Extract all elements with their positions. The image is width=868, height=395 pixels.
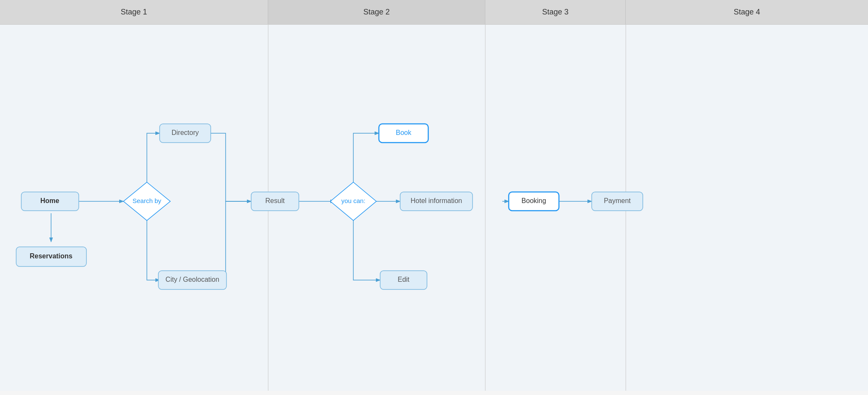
booking-label: Booking bbox=[521, 197, 546, 204]
stage-4-label: Stage 4 bbox=[626, 0, 868, 24]
payment-label: Payment bbox=[604, 197, 631, 204]
hotel-info-node: Hotel information bbox=[400, 192, 473, 211]
arrow-searchby-city bbox=[147, 218, 160, 280]
you-can-label: you can: bbox=[341, 197, 366, 204]
diagram-area: Home Reservations Search by Directory Ci… bbox=[0, 25, 868, 391]
arrow-youcan-book bbox=[353, 133, 379, 184]
city-geo-node: City / Geolocation bbox=[158, 271, 226, 289]
you-can-node: you can: bbox=[330, 182, 376, 220]
book-node: Book bbox=[379, 124, 428, 143]
search-by-label: Search by bbox=[132, 197, 161, 204]
arrow-directory-result bbox=[211, 133, 251, 201]
stage-header: Stage 1 Stage 2 Stage 3 Stage 4 bbox=[0, 0, 868, 25]
search-by-node: Search by bbox=[123, 182, 170, 220]
directory-label: Directory bbox=[172, 129, 199, 136]
arrow-youcan-edit bbox=[353, 218, 380, 280]
reservations-label: Reservations bbox=[30, 252, 73, 260]
payment-node: Payment bbox=[592, 192, 643, 211]
result-node: Result bbox=[251, 192, 299, 211]
reservations-node: Reservations bbox=[16, 247, 86, 266]
hotel-info-label: Hotel information bbox=[411, 197, 462, 204]
home-label: Home bbox=[40, 197, 60, 204]
edit-node: Edit bbox=[380, 271, 427, 289]
directory-node: Directory bbox=[160, 124, 211, 143]
stage-3-label: Stage 3 bbox=[485, 0, 626, 24]
city-geo-label: City / Geolocation bbox=[166, 276, 219, 283]
edit-label: Edit bbox=[398, 276, 410, 283]
book-label: Book bbox=[396, 129, 412, 136]
home-node: Home bbox=[21, 192, 79, 211]
result-label: Result bbox=[265, 197, 285, 204]
stage-2-label: Stage 2 bbox=[268, 0, 485, 24]
stage-1-label: Stage 1 bbox=[0, 0, 268, 24]
arrow-searchby-directory bbox=[147, 133, 160, 184]
flowchart-svg: Home Reservations Search by Directory Ci… bbox=[0, 25, 868, 391]
line-city-result bbox=[217, 201, 251, 280]
booking-node: Booking bbox=[509, 192, 559, 211]
